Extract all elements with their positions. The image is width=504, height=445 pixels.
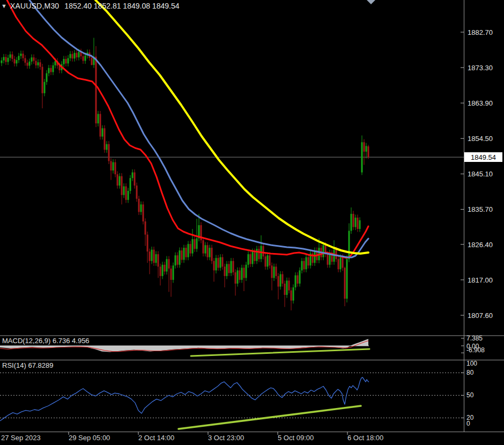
price-tick-label: 1845.10: [468, 170, 493, 178]
rsi-line: [0, 377, 369, 421]
level-value-box: 1878.07: [397, 44, 436, 57]
rsi-trendline: [179, 406, 361, 429]
price-tick-label: 1817.00: [468, 276, 493, 284]
axis-ticks: [69, 32, 464, 435]
price-level-label: 1878.07: [390, 44, 436, 57]
price-tick-label: 1873.30: [468, 64, 493, 72]
price-level-label: 1868.54: [390, 80, 436, 92]
price-level-label: 1873.45: [390, 62, 436, 75]
price-level-label: 1822.51: [397, 253, 442, 265]
price-level-label: 1827.56: [397, 235, 442, 248]
price-tick-label: 1826.40: [468, 240, 493, 248]
chart-shift-marker[interactable]: [367, 0, 375, 4]
rsi-axis-label: 80: [466, 369, 473, 376]
price-tick-label: 1835.70: [468, 205, 493, 213]
time-axis-label: 5 Oct 09:00: [278, 434, 314, 442]
level-value-box: 1868.54: [397, 80, 436, 92]
chart-title-bar: ▼ XAUUSD,M30 1852.40 1852.81 1849.08 184…: [1, 2, 179, 10]
price-tick-label: 1807.60: [468, 312, 493, 320]
ma-slow-yellow: [95, 0, 368, 254]
current-price-label: 1849.54: [464, 152, 502, 162]
rsi-axis-label: 50: [466, 391, 473, 399]
macd-trendline: [191, 349, 369, 356]
level-value-box: 1827.56: [403, 235, 442, 248]
candles-layer: [1, 38, 369, 310]
price-level-label: 1832.47: [397, 217, 442, 229]
price-tick-label: 1863.90: [468, 99, 493, 107]
price-tick-label: 1854.50: [468, 135, 493, 143]
ma-fast-red: [7, 0, 368, 258]
rsi-axis-label: 0: [466, 420, 470, 427]
time-axis-label: 3 Oct 23:00: [208, 434, 244, 442]
rsi-panel[interactable]: [0, 373, 464, 429]
time-axis-label: 2 Oct 14:00: [138, 434, 174, 442]
symbol-period-label: XAUUSD,M30: [10, 2, 59, 10]
ohlc-values: 1852.40 1852.81 1849.08 1849.54: [64, 2, 179, 10]
level-value-box: 1873.45: [397, 62, 436, 75]
price-tick-label: 1882.70: [468, 28, 493, 36]
time-axis-label: 27 Sep 2023: [1, 434, 41, 442]
macd-axis-label: -6.908: [466, 346, 485, 354]
macd-indicator-label: MACD(12,26,9) 6.736 4.956: [2, 337, 90, 345]
mt4-chart-window: ▼ XAUUSD,M30 1852.40 1852.81 1849.08 184…: [0, 0, 504, 445]
rsi-indicator-label: RSI(14) 67.8289: [2, 361, 53, 369]
macd-axis-label: 7.385: [466, 335, 483, 342]
time-axis-label: 29 Sep 05:00: [69, 434, 110, 442]
rsi-axis-label: 100: [466, 360, 477, 367]
level-value-box: 1832.47: [403, 217, 442, 229]
symbol-dropdown-icon[interactable]: ▼: [1, 3, 7, 9]
time-axis-label: 6 Oct 18:00: [347, 434, 383, 442]
level-value-box: 1822.51: [403, 253, 442, 265]
